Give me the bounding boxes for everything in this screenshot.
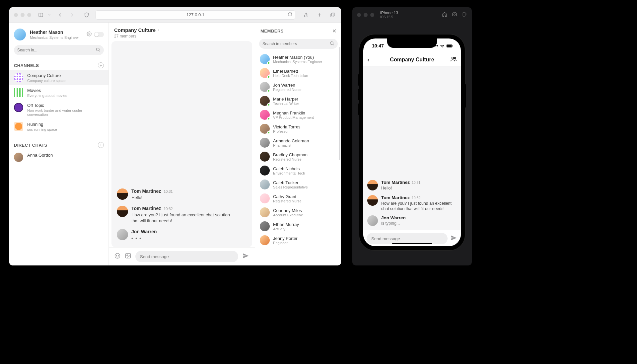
message-time: 10:31 (412, 181, 420, 184)
sidebar-search-input[interactable] (17, 48, 96, 52)
window-traffic-lights[interactable] (14, 13, 31, 17)
member-row[interactable]: Bradley ChapmanRegistered Nurse (258, 150, 338, 164)
sidebar-toggle-icon[interactable] (37, 11, 44, 19)
phone-notch (387, 38, 437, 48)
message-body: How are you? I just found an excellent c… (381, 201, 457, 212)
channel-name: Running (27, 122, 57, 127)
new-tab-icon[interactable] (316, 11, 323, 19)
presence-dot-icon (267, 117, 270, 120)
channel-item[interactable]: Company Culture Company culture space (9, 70, 108, 85)
presence-dot-icon (267, 89, 270, 92)
svg-point-10 (115, 254, 120, 258)
back-icon[interactable]: ‹ (367, 56, 370, 63)
maximize-window-dot[interactable] (27, 13, 31, 17)
back-button[interactable] (56, 11, 64, 19)
channel-item[interactable]: Movies Everything about movies (9, 85, 108, 100)
svg-point-15 (330, 41, 333, 44)
message-avatar[interactable] (367, 180, 378, 190)
simulator-device: iPhone 13 (380, 11, 398, 15)
mobile-input-wrap[interactable] (367, 233, 448, 244)
sidebar-search[interactable] (14, 45, 104, 55)
home-indicator[interactable] (392, 243, 432, 244)
members-list[interactable]: Heather Mason (You)Mechanical Systems En… (256, 52, 341, 265)
chat-app: Heather Mason Mechanical Systems Enginee… (9, 23, 341, 265)
member-name: Caleb Nichols (273, 166, 305, 171)
member-row[interactable]: Jon WarrenRegistered Nurse (258, 80, 338, 94)
member-row[interactable]: Armando ColemanPharmacist (258, 136, 338, 150)
member-row[interactable]: Courtney MilesAccount Executive (258, 205, 338, 219)
member-row[interactable]: Jenny PorterEngineer (258, 233, 338, 247)
member-avatar (260, 193, 270, 203)
member-row[interactable]: Caleb NicholsEnvironmental Tech (258, 164, 338, 178)
message-row: Tom Martinez 10:32 How are you? I just f… (115, 203, 249, 226)
channel-item[interactable]: Off Topic Non-work banter and water cool… (9, 100, 108, 119)
message-row: Tom Martinez 10:31 Hello! (366, 178, 458, 193)
settings-gear-icon[interactable] (87, 31, 92, 38)
message-avatar[interactable] (367, 215, 378, 226)
close-icon[interactable]: ✕ (332, 28, 336, 34)
privacy-shield-icon[interactable] (83, 11, 90, 19)
screenshot-icon[interactable] (452, 12, 457, 18)
member-avatar (260, 221, 270, 231)
message-avatar[interactable] (117, 206, 128, 217)
url-bar[interactable]: 127.0.0.1 (96, 10, 295, 20)
member-row[interactable]: Ethel BarnettHelp Desk Technician (258, 66, 338, 80)
member-row[interactable]: Cathy GrantRegistered Nurse (258, 191, 338, 205)
members-icon[interactable] (450, 56, 457, 64)
composer-input[interactable] (140, 254, 234, 259)
member-row[interactable]: Heather Mason (You)Mechanical Systems En… (258, 52, 338, 66)
member-name: Cathy Grant (273, 194, 302, 199)
attach-image-icon[interactable] (125, 253, 131, 260)
member-row[interactable]: Caleb TuckerSales Representative (258, 178, 338, 191)
search-icon (96, 47, 101, 53)
scrollbar-thumb[interactable] (339, 47, 340, 160)
chevron-down-icon[interactable] (47, 11, 51, 19)
window-traffic-lights[interactable] (357, 13, 374, 17)
typing-indicator-icon: • • • (131, 235, 157, 241)
message-avatar[interactable] (367, 195, 378, 206)
mobile-composer-input[interactable] (371, 236, 443, 241)
share-icon[interactable] (303, 11, 310, 19)
channel-desc: Company culture space (27, 79, 66, 83)
add-dm-button[interactable]: + (98, 142, 104, 148)
member-avatar (260, 235, 270, 245)
channel-avatar-icon (14, 73, 23, 82)
presence-toggle[interactable] (94, 32, 104, 37)
close-window-dot[interactable] (357, 13, 361, 17)
profile-avatar[interactable] (14, 29, 26, 40)
maximize-window-dot[interactable] (370, 13, 374, 17)
forward-button[interactable] (68, 11, 76, 19)
member-role: Registered Nurse (273, 88, 302, 92)
add-channel-button[interactable]: + (98, 62, 104, 68)
room-name-row[interactable]: Company Culture (114, 27, 160, 33)
dm-item[interactable]: Anna Gordon (9, 150, 108, 165)
member-row[interactable]: Marie HarperTechnical Writer (258, 94, 338, 108)
member-avatar (260, 82, 270, 92)
channel-item[interactable]: Running soc-running space (9, 119, 108, 134)
main-column: Company Culture 27 members Tom Martinez … (109, 23, 255, 265)
minimize-window-dot[interactable] (21, 13, 25, 17)
send-icon[interactable] (242, 252, 249, 261)
refresh-icon[interactable] (288, 12, 292, 18)
member-row[interactable]: Meghan FranklinVP Product Management (258, 108, 338, 122)
home-icon[interactable] (442, 12, 447, 18)
member-role: Account Executive (273, 213, 303, 217)
message-avatar[interactable] (117, 229, 128, 240)
presence-dot-icon (267, 131, 270, 134)
members-search-input[interactable] (262, 41, 329, 46)
message-avatar[interactable] (117, 188, 128, 200)
members-search[interactable] (259, 39, 338, 49)
tabs-overview-icon[interactable] (329, 11, 336, 19)
rotate-icon[interactable] (462, 12, 467, 18)
emoji-icon[interactable] (114, 253, 121, 260)
member-row[interactable]: Ethan MurrayActuary (258, 219, 338, 233)
composer-input-wrap[interactable] (135, 251, 238, 262)
send-icon[interactable] (450, 234, 458, 243)
member-row[interactable]: Victoria TorresProfessor (258, 122, 338, 136)
chat-scroll-area[interactable]: Tom Martinez 10:31 Hello! Tom Martinez 1… (111, 41, 252, 247)
simulator-window: iPhone 13 iOS 15.5 10:47 •••• (352, 7, 472, 265)
member-role: Environmental Tech (273, 171, 305, 175)
mobile-chat-area[interactable]: Tom Martinez 10:31 Hello! Tom Martinez (363, 66, 461, 230)
minimize-window-dot[interactable] (364, 13, 368, 17)
close-window-dot[interactable] (14, 13, 18, 17)
